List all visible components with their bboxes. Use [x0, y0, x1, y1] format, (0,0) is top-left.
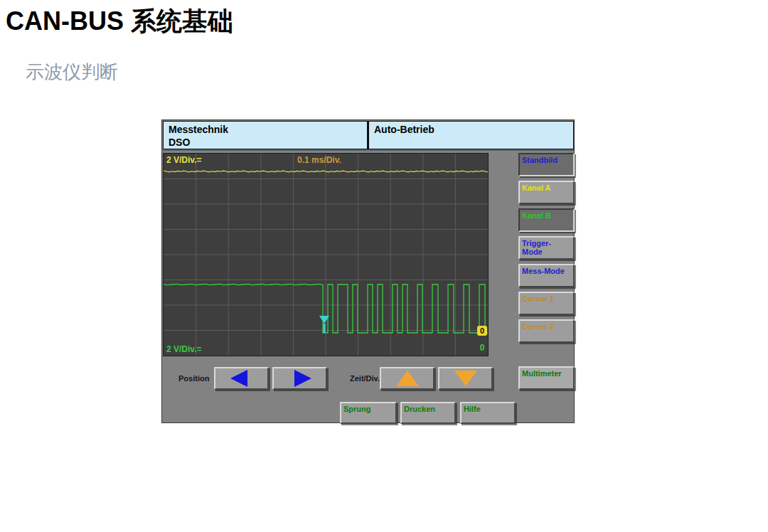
- slide: CAN-BUS 系统基础 示波仪判断 Messtechnik DSO Auto-…: [0, 0, 768, 532]
- side-button-cursor-2[interactable]: Cursor 2: [518, 319, 575, 343]
- sprung-button[interactable]: Sprung: [340, 402, 397, 424]
- header-operation-mode: Auto-Betrieb: [374, 123, 568, 136]
- side-button-cursor-1[interactable]: Cursor 1: [518, 292, 575, 315]
- side-button-trigger-mode[interactable]: Trigger-Mode: [518, 236, 575, 260]
- drucken-button[interactable]: Drucken: [400, 402, 456, 424]
- waveform-svg: 00: [164, 154, 488, 356]
- zeitdiv-down-button[interactable]: [438, 367, 493, 390]
- timebase-label: 0.1 ms/Div.: [297, 155, 341, 165]
- position-left-button[interactable]: [214, 367, 269, 390]
- scope-header: Messtechnik DSO Auto-Betrieb: [163, 121, 574, 151]
- channel-b-scale-label: 2 V/Div.=: [166, 344, 201, 354]
- up-arrow-icon: [392, 368, 423, 388]
- position-right-button[interactable]: [272, 367, 327, 390]
- side-button-label: Standbild: [522, 156, 558, 164]
- down-arrow-icon: [450, 368, 481, 388]
- side-button-label: Cursor 2: [522, 322, 554, 331]
- side-button-label: Trigger-Mode: [522, 239, 551, 256]
- slide-title: CAN-BUS 系统基础: [6, 4, 233, 39]
- side-button-mess-mode[interactable]: Mess-Mode: [518, 264, 575, 287]
- oscilloscope-panel: Messtechnik DSO Auto-Betrieb 00 2 V/Div.…: [161, 119, 575, 423]
- header-title: Messtechnik: [169, 123, 362, 136]
- side-button-label: Mess-Mode: [522, 267, 565, 275]
- hilfe-button[interactable]: Hilfe: [460, 402, 516, 424]
- side-button-standbild[interactable]: Standbild: [518, 153, 575, 176]
- position-label: Position: [178, 374, 209, 383]
- side-button-label: Kanal A: [522, 183, 551, 192]
- multimeter-button-label: Multimeter: [522, 369, 562, 378]
- zeitdiv-label: Zeit/Div.: [350, 374, 380, 383]
- side-button-label: Cursor 1: [522, 294, 554, 303]
- side-button-kanal-a[interactable]: Kanal A: [518, 181, 575, 204]
- side-button-kanal-b[interactable]: Kanal B: [518, 208, 575, 232]
- right-arrow-icon: [284, 368, 316, 388]
- side-button-label: Kanal B: [522, 211, 551, 220]
- multimeter-button[interactable]: Multimeter: [518, 366, 575, 390]
- svg-text:0: 0: [480, 343, 485, 353]
- header-mode: DSO: [169, 136, 362, 149]
- scope-display: 00 2 V/Div.= 0.1 ms/Div. 2 V/Div.=: [163, 153, 489, 356]
- left-arrow-icon: [226, 368, 257, 388]
- zeitdiv-up-button[interactable]: [380, 367, 434, 390]
- svg-text:0: 0: [480, 326, 484, 335]
- sprung-button-label: Sprung: [343, 405, 371, 413]
- slide-subtitle: 示波仪判断: [26, 60, 118, 85]
- drucken-button-label: Drucken: [404, 405, 435, 413]
- hilfe-button-label: Hilfe: [464, 405, 481, 413]
- header-cell-right: Auto-Betrieb: [368, 121, 574, 149]
- header-cell-left: Messtechnik DSO: [163, 121, 368, 149]
- channel-a-scale-label: 2 V/Div.=: [166, 155, 201, 165]
